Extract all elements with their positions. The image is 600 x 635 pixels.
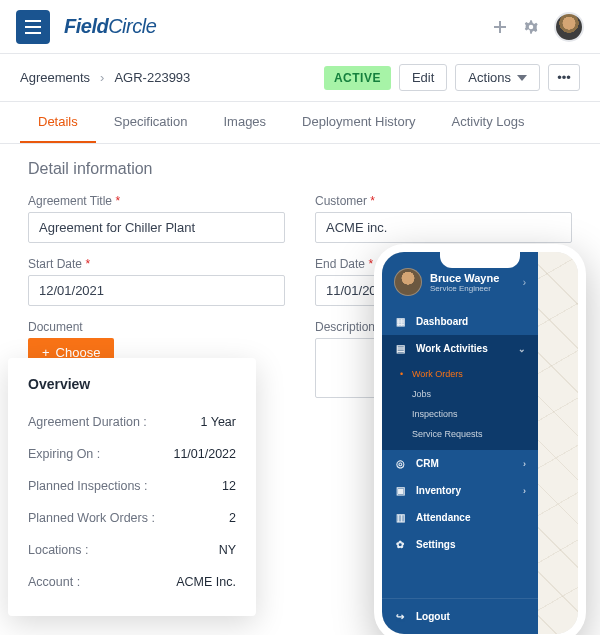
tab-images[interactable]: Images (205, 102, 284, 143)
user-avatar[interactable] (554, 12, 584, 42)
breadcrumb: Agreements › AGR-223993 (20, 70, 190, 85)
brand-logo: FieldCircle (64, 15, 156, 38)
chevron-down-icon (517, 75, 527, 81)
overview-row: Account :ACME Inc. (28, 566, 236, 598)
mobile-user-role: Service Engineer (430, 284, 499, 293)
menu-attendance[interactable]: ▥Attendance (382, 504, 538, 531)
chevron-right-icon: › (100, 70, 104, 85)
menu-logout[interactable]: ↪Logout (382, 598, 538, 634)
chevron-right-icon: › (523, 486, 526, 496)
top-bar: FieldCircle (0, 0, 600, 54)
section-title: Detail information (28, 160, 572, 178)
menu-crm[interactable]: ◎CRM› (382, 450, 538, 477)
svg-rect-0 (25, 20, 41, 22)
edit-button[interactable]: Edit (399, 64, 447, 91)
gear-icon (522, 18, 540, 36)
target-icon: ◎ (394, 458, 406, 469)
mobile-user-name: Bruce Wayne (430, 272, 499, 284)
status-badge: ACTIVE (324, 66, 391, 90)
field-customer: Customer * (315, 194, 572, 243)
box-icon: ▣ (394, 485, 406, 496)
tab-specification[interactable]: Specification (96, 102, 206, 143)
overview-row: Locations :NY (28, 534, 236, 566)
overview-title: Overview (28, 376, 236, 392)
menu-dashboard[interactable]: ▦Dashboard (382, 308, 538, 335)
tab-deployment-history[interactable]: Deployment History (284, 102, 433, 143)
tabs: Details Specification Images Deployment … (0, 102, 600, 144)
overview-row: Agreement Duration :1 Year (28, 406, 236, 438)
tab-details[interactable]: Details (20, 102, 96, 143)
dashboard-icon: ▦ (394, 316, 406, 327)
field-start-date: Start Date * (28, 257, 285, 306)
phone-notch (440, 252, 520, 268)
gear-icon: ✿ (394, 539, 406, 550)
label-customer: Customer * (315, 194, 572, 208)
input-start-date[interactable] (28, 275, 285, 306)
overview-row: Planned Inspections :12 (28, 470, 236, 502)
submenu-jobs[interactable]: Jobs (382, 384, 538, 404)
svg-rect-1 (25, 26, 41, 28)
submenu-work-activities: Work Orders Jobs Inspections Service Req… (382, 362, 538, 450)
svg-rect-2 (25, 32, 41, 34)
chevron-right-icon: › (523, 459, 526, 469)
label-start-date: Start Date * (28, 257, 285, 271)
input-customer[interactable] (315, 212, 572, 243)
breadcrumb-id: AGR-223993 (114, 70, 190, 85)
mobile-sidebar: Bruce Wayne Service Engineer › ▦Dashboar… (382, 252, 538, 634)
calendar-icon: ▥ (394, 512, 406, 523)
svg-rect-4 (494, 26, 506, 28)
mobile-preview: Bruce Wayne Service Engineer › ▦Dashboar… (374, 244, 586, 635)
header-actions: ACTIVE Edit Actions ••• (324, 64, 580, 91)
menu-settings[interactable]: ✿Settings (382, 531, 538, 558)
menu-work-activities[interactable]: ▤Work Activities⌄ (382, 335, 538, 362)
clipboard-icon: ▤ (394, 343, 406, 354)
field-agreement-title: Agreement Title * (28, 194, 285, 243)
settings-button[interactable] (522, 18, 540, 36)
mobile-avatar (394, 268, 422, 296)
submenu-service-requests[interactable]: Service Requests (382, 424, 538, 444)
hamburger-menu-button[interactable] (16, 10, 50, 44)
overview-row: Expiring On :11/01/2022 (28, 438, 236, 470)
hamburger-icon (25, 20, 41, 34)
input-agreement-title[interactable] (28, 212, 285, 243)
overview-card: Overview Agreement Duration :1 Year Expi… (8, 358, 256, 616)
more-button[interactable]: ••• (548, 64, 580, 91)
menu-inventory[interactable]: ▣Inventory› (382, 477, 538, 504)
overview-row: Planned Work Orders :2 (28, 502, 236, 534)
chevron-down-icon: ⌄ (518, 344, 526, 354)
top-right-actions (492, 12, 584, 42)
breadcrumb-root[interactable]: Agreements (20, 70, 90, 85)
chevron-right-icon: › (523, 277, 526, 288)
submenu-inspections[interactable]: Inspections (382, 404, 538, 424)
label-agreement-title: Agreement Title * (28, 194, 285, 208)
add-button[interactable] (492, 19, 508, 35)
actions-dropdown[interactable]: Actions (455, 64, 540, 91)
page-header: Agreements › AGR-223993 ACTIVE Edit Acti… (0, 54, 600, 102)
submenu-work-orders[interactable]: Work Orders (382, 364, 538, 384)
label-document: Document (28, 320, 285, 334)
tab-activity-logs[interactable]: Activity Logs (434, 102, 543, 143)
logout-icon: ↪ (394, 611, 406, 622)
